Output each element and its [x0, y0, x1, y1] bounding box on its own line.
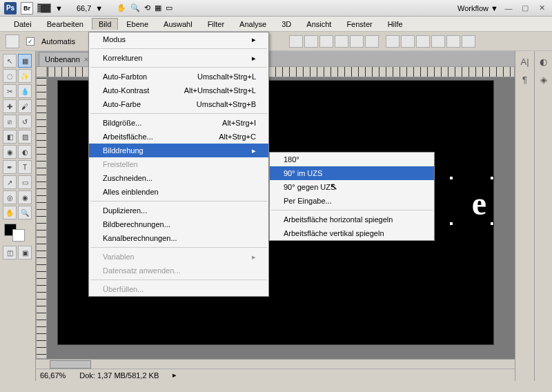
menu-item[interactable]: 180°	[270, 153, 434, 166]
transform-handle[interactable]	[490, 176, 494, 180]
menu-item[interactable]: Korrekturen▸	[89, 51, 268, 65]
align-icon[interactable]	[289, 35, 303, 48]
brush-tool[interactable]: 🖌	[18, 99, 32, 113]
hand-tool[interactable]: ✋	[3, 206, 17, 219]
marquee-tool[interactable]: ▦	[18, 54, 32, 68]
menu-item[interactable]: Kanalberechnungen...	[89, 231, 268, 245]
menu-item[interactable]: Arbeitsfläche horizontal spiegeln	[270, 213, 434, 226]
transform-handle[interactable]	[449, 176, 453, 180]
zoom-tool[interactable]: 🔍	[18, 206, 32, 219]
menu-item[interactable]: Auto-FarbeUmschalt+Strg+B	[89, 97, 268, 111]
menu-hilfe[interactable]: Hilfe	[381, 18, 410, 30]
workspace-switcher[interactable]: Workflow ▼	[457, 4, 498, 12]
align-icon[interactable]	[335, 35, 348, 48]
menu-3d[interactable]: 3D	[275, 18, 298, 30]
arrange-icon[interactable]: ▦	[155, 3, 161, 12]
menu-item[interactable]: Bilddrehung▸	[89, 144, 268, 157]
menu-item[interactable]: Duplizieren...	[89, 204, 268, 217]
menu-item[interactable]: Per Eingabe...	[270, 194, 434, 208]
menu-bearbeiten[interactable]: Bearbeiten	[40, 18, 90, 30]
close-button[interactable]: ✕	[535, 3, 548, 13]
auto-select-checkbox[interactable]: ✓	[26, 37, 34, 46]
menu-item[interactable]: 90° gegen UZS	[270, 180, 434, 194]
menu-analyse[interactable]: Analyse	[233, 18, 273, 30]
menu-item[interactable]: Auto-FarbtonUmschalt+Strg+L	[89, 70, 268, 84]
distribute-icon[interactable]	[446, 35, 460, 48]
eyedropper-tool[interactable]: 💧	[18, 84, 32, 98]
align-icon[interactable]	[304, 35, 318, 48]
text-layer[interactable]: e	[472, 184, 486, 222]
stamp-tool[interactable]: ⎚	[3, 115, 17, 128]
rotate-view-icon[interactable]: ⟲	[144, 3, 150, 12]
type-tool[interactable]: T	[18, 160, 32, 174]
menu-item[interactable]: Zuschneiden...	[89, 171, 268, 185]
shape-tool[interactable]: ▭	[18, 175, 32, 189]
screenmode-icon[interactable]: ▭	[166, 3, 172, 12]
distribute-icon[interactable]	[401, 35, 415, 48]
menu-item: Freistellen	[89, 157, 268, 171]
dodge-tool[interactable]: ◐	[18, 145, 32, 159]
menu-auswahl[interactable]: Auswahl	[157, 18, 199, 30]
menu-datei[interactable]: Datei	[7, 18, 39, 30]
distribute-icon[interactable]	[431, 35, 445, 48]
minibridge-icon[interactable]	[37, 3, 51, 13]
distribute-icon[interactable]	[386, 35, 400, 48]
scrollbar-horizontal[interactable]	[36, 359, 515, 369]
panel-icon[interactable]: ¶	[519, 73, 531, 86]
menu-item[interactable]: 90° im UZS	[270, 166, 434, 180]
menu-item[interactable]: Modus▸	[89, 32, 268, 46]
transform-handle[interactable]	[490, 222, 494, 226]
panel-icon[interactable]: ◐	[538, 55, 550, 68]
gradient-tool[interactable]: ▨	[18, 130, 32, 144]
tab-label: Unbenann	[45, 55, 80, 63]
zoom-level[interactable]: 66,7	[77, 4, 91, 12]
healing-tool[interactable]: ✚	[3, 99, 17, 113]
menu-ansicht[interactable]: Ansicht	[299, 18, 338, 30]
document-tab[interactable]: Unbenann×	[39, 52, 95, 66]
arrow-down-icon[interactable]: ▼	[55, 4, 63, 12]
crop-tool[interactable]: ✂	[3, 84, 17, 98]
history-brush-tool[interactable]: ↺	[18, 115, 32, 128]
hand-icon[interactable]: ✋	[117, 3, 126, 12]
maximize-button[interactable]: ▢	[519, 3, 531, 13]
menu-item[interactable]: Alles einblenden	[89, 185, 268, 199]
transform-handle[interactable]	[449, 222, 453, 226]
align-icon[interactable]	[350, 35, 364, 48]
bridge-icon[interactable]: Br	[21, 2, 33, 14]
color-swatches[interactable]	[3, 224, 32, 244]
menu-ebene[interactable]: Ebene	[119, 18, 155, 30]
panel-icon[interactable]: A|	[519, 55, 531, 68]
move-tool[interactable]: ↖	[3, 54, 17, 68]
3d-camera-tool[interactable]: ◉	[18, 190, 32, 204]
blur-tool[interactable]: ◉	[3, 145, 17, 159]
zoom-percent[interactable]: 66,67%	[40, 371, 66, 380]
minimize-button[interactable]: —	[502, 3, 515, 13]
menu-item[interactable]: Auto-KontrastAlt+Umschalt+Strg+L	[89, 84, 268, 97]
arrow-down-icon[interactable]: ▼	[95, 4, 103, 12]
menu-bild[interactable]: Bild	[92, 18, 118, 30]
quickmask-tool[interactable]: ◫	[3, 246, 17, 259]
move-tool-preset-icon[interactable]	[6, 35, 19, 48]
menu-item[interactable]: Bildberechnungen...	[89, 217, 268, 231]
align-icon[interactable]	[365, 35, 379, 48]
ruler-vertical[interactable]	[36, 77, 47, 359]
menu-item[interactable]: Arbeitsfläche vertikal spiegeln	[270, 226, 434, 240]
screenmode-tool[interactable]: ▣	[18, 246, 32, 259]
menu-item[interactable]: Arbeitsfläche...Alt+Strg+C	[89, 130, 268, 144]
zoom-icon[interactable]: 🔍	[130, 3, 140, 12]
panel-icon[interactable]: ◈	[538, 73, 550, 86]
menu-item: Überfüllen...	[89, 282, 268, 296]
lasso-tool[interactable]: ◌	[3, 69, 17, 83]
arrow-right-icon[interactable]: ▸	[172, 371, 177, 380]
pen-tool[interactable]: ✒	[3, 160, 17, 174]
distribute-icon[interactable]	[462, 35, 475, 48]
wand-tool[interactable]: ✨	[18, 69, 32, 83]
align-icon[interactable]	[319, 35, 333, 48]
menu-filter[interactable]: Filter	[201, 18, 231, 30]
menu-fenster[interactable]: Fenster	[339, 18, 379, 30]
eraser-tool[interactable]: ◧	[3, 130, 17, 144]
menu-item[interactable]: Bildgröße...Alt+Strg+I	[89, 116, 268, 130]
3d-tool[interactable]: ◎	[3, 190, 17, 204]
path-tool[interactable]: ↗	[3, 175, 17, 189]
distribute-icon[interactable]	[416, 35, 430, 48]
